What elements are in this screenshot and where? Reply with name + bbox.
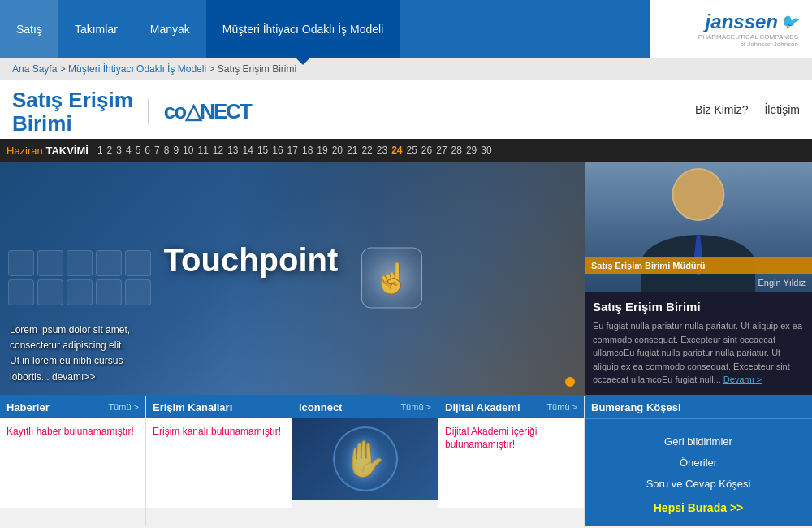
janssen-sub1: PHARMACEUTICAL COMPANIES [698,33,798,41]
cal-day-18[interactable]: 18 [301,145,313,156]
nav-biz-kimiz[interactable]: Biz Kimiz? [695,103,748,116]
cal-day-8[interactable]: 8 [163,145,171,156]
cal-day-4[interactable]: 4 [125,145,132,156]
calendar-month: Haziran TAKVİMİ [6,145,89,157]
cal-day-21[interactable]: 21 [346,145,358,156]
side-text-area: Satış Erişim Birimi Eu fugiat nulla pari… [585,292,812,395]
cal-day-26[interactable]: 26 [421,145,433,156]
slide-caption: Lorem ipsum dolor sit amet, consectetur … [10,322,130,385]
calendar-dates: 1234567891011121314151617181920212223242… [97,145,493,156]
cal-day-2[interactable]: 2 [106,145,114,156]
person-name: Engin Yıldız [758,276,806,288]
cal-day-16[interactable]: 16 [271,145,283,156]
slideshow: Touchpoint ☝ Lorem ipsum dolor sit amet,… [0,162,585,395]
nav-item-takımlar[interactable]: Takımlar [58,0,134,58]
dijital-tumu[interactable]: Tümü > [546,402,577,412]
cal-day-1[interactable]: 1 [97,145,104,156]
cal-day-19[interactable]: 19 [316,145,328,156]
logo-area: janssen 🐦 PHARMACEUTICAL COMPANIES of Jo… [650,0,812,58]
cal-day-27[interactable]: 27 [435,145,447,156]
cal-day-5[interactable]: 5 [135,145,142,156]
cal-day-20[interactable]: 20 [331,145,343,156]
cal-day-25[interactable]: 25 [405,145,417,156]
cal-day-13[interactable]: 13 [227,145,239,156]
cal-day-22[interactable]: 22 [361,145,373,156]
bumerang-lines: Geri bildirimler Öneriler Soru ve Cevap … [646,431,751,495]
bottom-col-bumerang: Bumerang Köşesi Geri bildirimler Önerile… [585,396,812,526]
bumerang-body: Geri bildirimler Öneriler Soru ve Cevap … [585,419,812,526]
iconnect-header: iconnect Tümü > [292,396,438,418]
slide-dot[interactable] [565,377,575,387]
slide-hand-button: ☝ [361,248,422,309]
slide-touchpoint-text: Touchpoint [164,241,339,278]
iconnect-image: ✋ [292,418,438,500]
nav-item-müşteri-i̇htiyacı-odaklı-i̇ş-modeli[interactable]: Müşteri İhtiyacı Odaklı İş Modeli [206,0,400,58]
cal-day-7[interactable]: 7 [153,145,161,156]
bottom-col-erisim: Erişim Kanalları Erişim kanalı bulunamam… [146,396,292,526]
erisim-header: Erişim Kanalları [146,396,292,418]
dijital-body: Dijital Akademi içeriği bulunamamıştır! [438,418,584,508]
nav-item-manyak[interactable]: Manyak [134,0,206,58]
cal-day-15[interactable]: 15 [257,145,269,156]
janssen-text: janssen [706,11,778,33]
dijital-item-0[interactable]: Dijital Akademi içeriği bulunamamıştır! [445,425,577,452]
cal-day-24[interactable]: 24 [391,145,403,156]
cal-day-14[interactable]: 14 [242,145,254,156]
cal-day-28[interactable]: 28 [451,145,463,156]
cal-day-6[interactable]: 6 [144,145,151,156]
haberler-body: Kayıtlı haber bulunamamıştır! [0,418,145,508]
side-panel: Satış Erişim Birimi Müdürü Engin Yıldız … [585,162,812,395]
cal-day-10[interactable]: 10 [182,145,194,156]
person-photo: Satış Erişim Birimi Müdürü Engin Yıldız [585,162,812,292]
cal-day-9[interactable]: 9 [172,145,179,156]
grid-boxes [8,250,151,305]
bottom-col-haberler: Haberler Tümü > Kayıtlı haber bulunamamı… [0,396,146,526]
dijital-header: Dijital Akademi Tümü > [438,396,584,418]
breadcrumb: Ana Sayfa > Müşteri İhtiyacı Odaklı İş M… [0,58,812,80]
cal-day-30[interactable]: 30 [480,145,492,156]
bumerang-link[interactable]: Hepsi Burada >> [654,501,744,514]
iconnect-hand-glyph: ✋ [333,426,398,491]
nav-item-satış[interactable]: Satış [0,0,58,58]
iconnect-tumu[interactable]: Tümü > [400,402,431,412]
erisim-item-0[interactable]: Erişim kanalı bulunamamıştır! [153,425,285,439]
cal-day-17[interactable]: 17 [287,145,299,156]
janssen-brand: janssen 🐦 [706,11,798,33]
calendar-bar: Haziran TAKVİMİ 123456789101112131415161… [0,139,812,162]
cal-day-29[interactable]: 29 [465,145,477,156]
breadcrumb-home[interactable]: Ana Sayfa [12,63,57,75]
bottom-row: Haberler Tümü > Kayıtlı haber bulunamamı… [0,395,812,526]
nav-iletisim[interactable]: İletişim [764,103,800,116]
person-role-label: Satış Erişim Birimi Müdürü [585,257,812,274]
janssen-sub2: of Johnson·Johnson [740,41,798,48]
bottom-col-iconnect: iconnect Tümü > ✋ [292,396,438,526]
cal-day-3[interactable]: 3 [115,145,123,156]
side-devami-link[interactable]: Devamı > [723,374,762,384]
side-title: Satış Erişim Birimi [593,300,804,314]
janssen-bird-icon: 🐦 [780,13,798,31]
cal-day-12[interactable]: 12 [212,145,224,156]
breadcrumb-model[interactable]: Müşteri İhtiyacı Odaklı İş Modeli [68,63,206,75]
side-description: Eu fugiat nulla pariatur nulla pariatur.… [593,319,804,387]
bottom-col-dijital: Dijital Akademi Tümü > Dijital Akademi i… [438,396,585,526]
site-title: Satış Erişim Birimi [12,89,133,135]
cal-day-23[interactable]: 23 [376,145,388,156]
haberler-header: Haberler Tümü > [0,396,145,418]
haberler-tumu[interactable]: Tümü > [108,402,139,412]
bumerang-header: Bumerang Köşesi [585,396,812,419]
cal-day-11[interactable]: 11 [197,145,209,156]
erisim-body: Erişim kanalı bulunamamıştır! [146,418,292,508]
connect-logo: co△NECT [148,99,251,124]
haberler-item-0[interactable]: Kayıtlı haber bulunamamıştır! [6,425,139,439]
